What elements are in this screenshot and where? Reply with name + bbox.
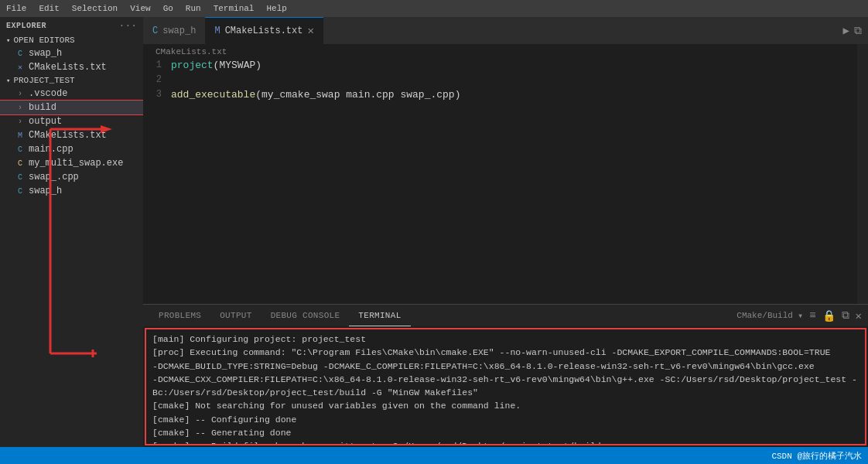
build-folder[interactable]: › build [0,101,143,114]
line-number-3: 3 [143,89,171,100]
menu-go[interactable]: Go [163,4,173,13]
cmake-label-open: CMakeLists.txt [29,62,107,73]
menu-file[interactable]: File [6,4,26,13]
terminal-line-2: [proc] Executing command: "C:\Program Fi… [152,346,859,359]
line-content-2 [171,74,177,86]
sidebar: EXPLORER ··· ▾ OPEN EDITORS C swap_h ✕ C… [0,17,143,447]
sidebar-more-icon[interactable]: ··· [119,20,137,32]
exe-file[interactable]: C my_multi_swap.exe [0,156,143,170]
status-bar: CSDN @旅行的橘子汽水 [0,447,868,464]
panel-tab-terminal[interactable]: TERMINAL [349,305,410,326]
output-folder-arrow: › [15,118,25,126]
swap-h-file-label: swap_h [29,186,62,196]
output-folder-label: output [29,116,62,127]
panel-tabs: PROBLEMS OUTPUT DEBUG CONSOLE TERMINAL C… [143,305,868,326]
terminal-line-4: -DCMAKE_CXX_COMPILER:FILEPATH=C:\x86_64-… [152,373,859,400]
cmakelists-file[interactable]: M CMakeLists.txt [0,128,143,142]
editor-filename: CMakeLists.txt [143,44,868,60]
panel-tab-problems[interactable]: PROBLEMS [149,305,210,326]
panel-close-icon[interactable]: ✕ [856,309,862,322]
tab-cmakelists[interactable]: M CMakeLists.txt ✕ [205,17,323,44]
line-number-1: 1 [143,60,171,70]
code-editor: CMakeLists.txt 1 project(MYSWAP) 2 3 add… [143,44,868,304]
terminal-line-5: [cmake] Not searching for unused variabl… [152,399,859,412]
build-folder-arrow: › [15,104,25,112]
code-line-3: 3 add_executable(my_cmake_swap main.cpp … [143,89,868,104]
open-editor-swap-h[interactable]: C swap_h [0,46,143,60]
exe-file-icon: C [15,159,25,168]
tab-swap-h-icon: C [152,26,158,36]
tab-cmake-close[interactable]: ✕ [307,26,313,36]
panel-list-icon[interactable]: ≡ [809,309,815,322]
line-content-3: add_executable(my_cmake_swap main.cpp sw… [171,89,460,101]
swap-cpp-label: swap_.cpp [29,172,79,183]
menu-run[interactable]: Run [186,4,201,13]
line-number-2: 2 [143,74,171,85]
open-editors-label: OPEN EDITORS [13,36,74,45]
split-icon[interactable]: ⧉ [854,25,862,37]
menu-selection[interactable]: Selection [72,4,118,13]
menu-bar: File Edit Selection View Go Run Terminal… [0,0,868,17]
panel-split-icon[interactable]: ⧉ [842,309,849,322]
swap-cpp-icon: C [15,173,25,182]
code-line-2: 2 [143,74,868,89]
vscode-folder[interactable]: › .vscode [0,87,143,101]
project-arrow: ▾ [6,77,10,85]
status-bar-text: CSDN @旅行的橘子汽水 [771,450,862,462]
cmakelists-file-label: CMakeLists.txt [29,130,107,141]
main-cpp-icon: C [15,145,25,154]
swap-h-icon: C [15,49,25,58]
run-icon[interactable]: ▶ [843,24,849,37]
editor-tabs: C swap_h M CMakeLists.txt ✕ ▶ ⧉ [143,17,868,44]
swap-cpp-file[interactable]: C swap_.cpp [0,170,143,184]
tab-swap-h-label: swap_h [162,26,196,36]
cmake-build-dropdown-arrow[interactable]: ▾ [798,310,803,322]
main-cpp-label: main.cpp [29,144,73,155]
terminal-line-7: [cmake] -- Generating done [152,426,859,439]
panel-tab-output[interactable]: OUTPUT [210,305,261,326]
editor-scrollbar[interactable] [857,44,868,304]
cmake-file-icon: M [15,131,25,140]
project-section[interactable]: ▾ PROJECT_TEST [0,74,143,87]
panel-lock-icon[interactable]: 🔒 [822,309,836,322]
sidebar-title: EXPLORER [6,22,46,30]
terminal-line-1: [main] Configuring project: project_test [152,333,859,346]
panel-tab-debug-console[interactable]: DEBUG CONSOLE [261,305,350,326]
panel-tab-actions: ≡ 🔒 ⧉ ✕ [809,309,862,322]
terminal-line-3: -DCMAKE_BUILD_TYPE:STRING=Debug -DCMAKE_… [152,360,859,373]
vscode-folder-arrow: › [15,90,25,98]
terminal-content[interactable]: [main] Configuring project: project_test… [145,328,866,445]
menu-help[interactable]: Help [266,4,286,13]
cmake-build-label: CMake/Build [736,311,793,320]
swap-h-file[interactable]: C swap_h [0,184,143,198]
build-folder-label: build [29,102,56,113]
code-line-1: 1 project(MYSWAP) [143,60,868,74]
menu-view[interactable]: View [130,4,150,13]
terminal-line-6: [cmake] -- Configuring done [152,413,859,426]
code-content[interactable]: 1 project(MYSWAP) 2 3 add_executable(my_… [143,60,868,304]
tab-cmake-icon: M [214,26,220,36]
main-cpp-file[interactable]: C main.cpp [0,142,143,156]
output-folder[interactable]: › output [0,114,143,128]
menu-terminal[interactable]: Terminal [214,4,255,13]
tab-cmake-label: CMakeLists.txt [225,26,303,36]
sidebar-icons: ··· [119,20,137,32]
open-editors-arrow: ▾ [6,36,10,45]
open-editor-cmakelists[interactable]: ✕ CMakeLists.txt [0,60,143,74]
line-content-1: project(MYSWAP) [171,60,261,71]
swap-h-label: swap_h [29,48,62,59]
editor-tab-actions: ▶ ⧉ [843,24,868,37]
menu-edit[interactable]: Edit [39,4,59,13]
swap-h-file-icon: C [15,187,25,196]
open-editors-section[interactable]: ▾ OPEN EDITORS [0,34,143,46]
vscode-folder-label: .vscode [29,88,67,99]
terminal-line-8: [cmake] -- Build files have been written… [152,439,859,445]
cmake-icon-open: ✕ [15,63,25,72]
sidebar-header: EXPLORER ··· [0,17,143,34]
panel-area: PROBLEMS OUTPUT DEBUG CONSOLE TERMINAL C… [143,304,868,447]
tab-swap-h[interactable]: C swap_h [143,17,205,44]
project-label: PROJECT_TEST [13,76,74,85]
exe-file-label: my_multi_swap.exe [29,158,123,169]
